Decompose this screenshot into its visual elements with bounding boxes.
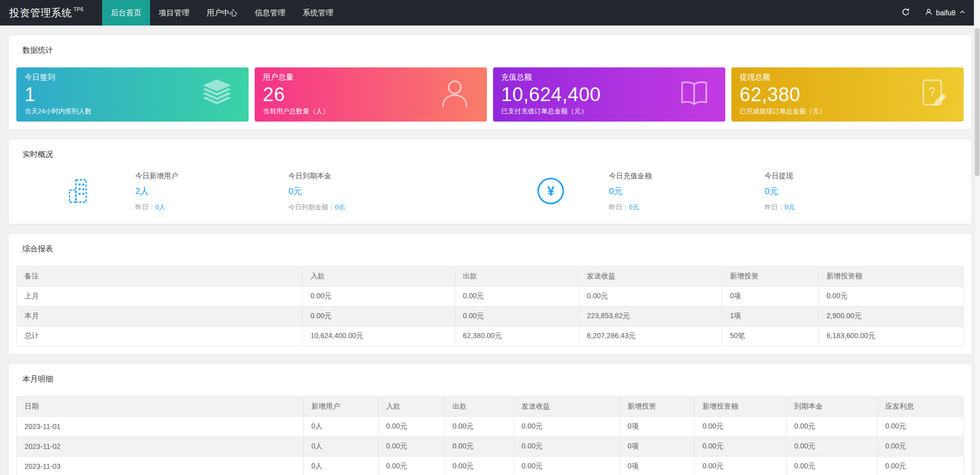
overview-sub: 昨日：0人 bbox=[135, 203, 288, 212]
table-cell: 2023-11-01 bbox=[17, 417, 304, 437]
column-header: 新增投资额 bbox=[819, 267, 964, 287]
stat-card-users: 用户总量 26 当前用户总数量（人） bbox=[255, 67, 487, 122]
overview-sub-label: 今日到期金额： bbox=[288, 203, 335, 211]
overview-sub-label: 昨日： bbox=[609, 203, 629, 211]
table-cell: 上月 bbox=[17, 287, 303, 306]
table-cell: 62,380.00元 bbox=[455, 326, 579, 346]
column-header: 新增用户 bbox=[304, 397, 379, 417]
table-cell: 0.00元 bbox=[445, 437, 513, 457]
person-icon bbox=[437, 76, 473, 113]
table-cell: 10,624,400.00元 bbox=[303, 326, 455, 346]
overview-panel-title: 实时概况 bbox=[22, 150, 964, 159]
overview-sub: 昨日：0元 bbox=[609, 203, 765, 212]
book-icon bbox=[677, 77, 711, 112]
refresh-icon bbox=[901, 8, 910, 18]
scrollbar-thumb[interactable] bbox=[975, 28, 979, 176]
column-header: 到期本金 bbox=[787, 397, 877, 417]
table-cell: 0.00元 bbox=[695, 457, 787, 475]
user-icon bbox=[925, 8, 933, 17]
column-header: 出款 bbox=[455, 267, 579, 287]
column-header: 出款 bbox=[445, 397, 513, 417]
table-cell: 0项 bbox=[620, 457, 695, 475]
stats-panel: 数据统计 今日签到 1 当天24小时内签到人数 用户总量 26 bbox=[8, 35, 972, 130]
table-cell: 2023-11-03 bbox=[17, 457, 304, 475]
table-cell: 0项 bbox=[620, 437, 695, 457]
layers-icon bbox=[200, 76, 234, 113]
top-navbar: 投资管理系统TP6 后台首页项目管理用户中心信息管理系统管理 baifu8 bbox=[0, 0, 980, 26]
table-cell: 0.00元 bbox=[513, 417, 620, 437]
table-cell: 0.00元 bbox=[877, 457, 964, 475]
username: baifu8 bbox=[936, 9, 955, 17]
column-header: 备注 bbox=[17, 267, 303, 287]
column-header: 发送收益 bbox=[513, 397, 620, 417]
detail-table: 日期新增用户入款出款发送收益新增投资新增投资额到期本金应发利息 2023-11-… bbox=[16, 396, 964, 475]
table-row: 上月0.00元0.00元0.00元0项0.00元 bbox=[17, 287, 964, 306]
nav-item-3[interactable]: 用户中心 bbox=[198, 0, 246, 26]
brand-version: TP6 bbox=[74, 7, 84, 12]
stat-cards: 今日签到 1 当天24小时内签到人数 用户总量 26 当前用户总数量（人） bbox=[16, 67, 964, 122]
table-cell: 50笔 bbox=[722, 326, 818, 346]
stat-card-withdraw: 提现总额 62,380 已完成提现订单总金额（元） ? bbox=[731, 67, 964, 122]
yen-circle-icon: ¥ bbox=[536, 176, 566, 208]
table-cell: 0.00元 bbox=[579, 287, 722, 306]
table-header-row: 日期新增用户入款出款发送收益新增投资新增投资额到期本金应发利息 bbox=[17, 397, 964, 417]
table-cell: 0.00元 bbox=[513, 437, 620, 457]
table-cell: 0.00元 bbox=[378, 417, 445, 437]
column-header: 日期 bbox=[17, 397, 304, 417]
table-cell: 0.00元 bbox=[303, 287, 455, 306]
table-row: 总计10,624,400.00元62,380.00元6,207,286.43元5… bbox=[17, 326, 964, 346]
column-header: 应发利息 bbox=[877, 397, 964, 417]
refresh-button[interactable] bbox=[894, 0, 918, 26]
table-cell: 0.00元 bbox=[877, 437, 964, 457]
report-table: 备注入款出款发送收益新增投资新增投资额 上月0.00元0.00元0.00元0项0… bbox=[16, 266, 964, 346]
overview-item-recharge: 今日充值金额 0元 昨日：0元 bbox=[609, 172, 765, 212]
nav-item-5[interactable]: 系统管理 bbox=[294, 0, 342, 26]
overview-label: 今日新增用户 bbox=[135, 172, 288, 181]
table-cell: 0项 bbox=[722, 287, 818, 306]
detail-panel: 本月明细 日期新增用户入款出款发送收益新增投资新增投资额到期本金应发利息 202… bbox=[8, 364, 972, 475]
nav-item-1[interactable]: 后台首页 bbox=[102, 0, 150, 26]
stats-panel-title: 数据统计 bbox=[22, 45, 964, 55]
doc-edit-icon: ? bbox=[917, 77, 949, 112]
overview-sub-value: 0元 bbox=[629, 203, 639, 211]
table-cell: 0.00元 bbox=[695, 417, 787, 437]
table-cell: 0.00元 bbox=[445, 457, 513, 475]
report-panel-title: 综合报表 bbox=[22, 244, 964, 254]
table-header-row: 备注入款出款发送收益新增投资新增投资额 bbox=[17, 267, 964, 287]
chevron-up-icon bbox=[959, 9, 966, 17]
column-header: 新增投资 bbox=[620, 397, 695, 417]
table-cell: 1项 bbox=[722, 306, 818, 326]
overview-value: 0元 bbox=[288, 185, 536, 197]
table-row: 2023-11-020人0.00元0.00元0.00元0项0.00元0.00元0… bbox=[17, 437, 964, 457]
table-cell: 223,853.82元 bbox=[579, 306, 722, 326]
table-cell: 0.00元 bbox=[445, 417, 513, 437]
column-header: 发送收益 bbox=[579, 267, 722, 287]
column-header: 入款 bbox=[378, 397, 445, 417]
navbar-right: baifu8 bbox=[894, 0, 973, 26]
svg-text:?: ? bbox=[928, 85, 935, 99]
table-cell: 6,207,286.43元 bbox=[579, 326, 722, 346]
nav-item-2[interactable]: 项目管理 bbox=[150, 0, 198, 26]
table-cell: 0人 bbox=[304, 417, 379, 437]
table-cell: 0.00元 bbox=[787, 437, 877, 457]
table-cell: 2023-11-02 bbox=[17, 437, 304, 457]
table-cell: 0.00元 bbox=[455, 287, 579, 306]
table-cell: 0.00元 bbox=[303, 306, 455, 326]
svg-text:¥: ¥ bbox=[547, 184, 554, 198]
overview-sub-label: 昨日： bbox=[765, 203, 785, 211]
brand-title: 投资管理系统 bbox=[9, 6, 72, 20]
user-menu[interactable]: baifu8 bbox=[918, 0, 973, 26]
stat-card-signin: 今日签到 1 当天24小时内签到人数 bbox=[16, 67, 249, 122]
overview-sub: 今日到期金额：0元 bbox=[288, 203, 536, 212]
overview-sub-value: 0人 bbox=[155, 203, 165, 211]
table-cell: 0人 bbox=[304, 457, 379, 475]
brand: 投资管理系统TP6 bbox=[0, 0, 102, 26]
report-panel: 综合报表 备注入款出款发送收益新增投资新增投资额 上月0.00元0.00元0.0… bbox=[8, 233, 972, 354]
table-cell: 0.00元 bbox=[787, 457, 877, 475]
overview-value: 2人 bbox=[135, 185, 288, 197]
table-cell: 0.00元 bbox=[513, 457, 620, 475]
table-row: 本月0.00元0.00元223,853.82元1项2,900.00元 bbox=[17, 306, 964, 326]
page-scrollbar[interactable] bbox=[974, 0, 980, 475]
table-cell: 0.00元 bbox=[378, 437, 445, 457]
nav-item-4[interactable]: 信息管理 bbox=[246, 0, 294, 26]
